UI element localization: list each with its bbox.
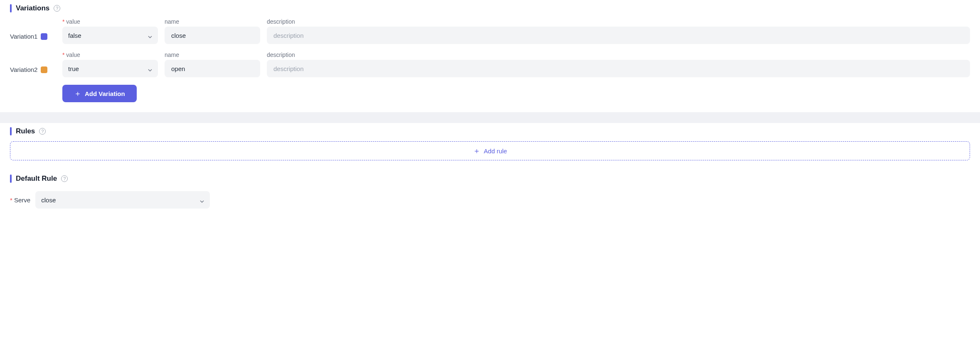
description-input-wrapper bbox=[267, 60, 970, 77]
color-swatch-icon bbox=[41, 66, 47, 73]
variation-label-cell: Variation2 bbox=[10, 66, 56, 77]
variation-row: Variation1 value false name description bbox=[10, 18, 970, 44]
name-label: name bbox=[165, 52, 260, 58]
name-input-wrapper bbox=[165, 27, 260, 44]
plus-icon: ＋ bbox=[473, 147, 480, 155]
help-icon[interactable]: ? bbox=[61, 175, 68, 182]
variation-row-label: Variation2 bbox=[10, 66, 37, 73]
variation-label-cell: Variation1 bbox=[10, 33, 56, 44]
chevron-down-icon bbox=[148, 66, 152, 71]
description-label: description bbox=[267, 18, 970, 25]
name-field-group: name bbox=[165, 18, 260, 44]
help-icon[interactable]: ? bbox=[39, 128, 46, 135]
section-divider bbox=[0, 112, 980, 123]
serve-row: Serve close bbox=[10, 191, 970, 209]
name-input-wrapper bbox=[165, 60, 260, 77]
serve-select-text: close bbox=[41, 197, 56, 204]
description-input[interactable] bbox=[273, 65, 964, 73]
value-field-group: value true bbox=[62, 52, 158, 77]
name-input[interactable] bbox=[170, 32, 254, 39]
add-rule-button[interactable]: ＋ Add rule bbox=[10, 141, 970, 160]
add-rule-label: Add rule bbox=[484, 147, 507, 155]
description-input[interactable] bbox=[273, 32, 964, 39]
value-select-text: false bbox=[68, 32, 81, 39]
chevron-down-icon bbox=[148, 33, 152, 37]
add-variation-button[interactable]: ＋ Add Variation bbox=[62, 85, 137, 102]
section-bar-icon bbox=[10, 127, 12, 135]
name-field-group: name bbox=[165, 52, 260, 77]
value-label: value bbox=[62, 18, 158, 25]
rules-section: Rules ? ＋ Add rule Default Rule ? Serve … bbox=[0, 123, 980, 219]
value-select[interactable]: true bbox=[62, 60, 158, 77]
rules-header: Rules ? bbox=[10, 127, 970, 135]
serve-label: Serve bbox=[10, 197, 30, 204]
serve-select[interactable]: close bbox=[35, 191, 210, 209]
description-field-group: description bbox=[267, 52, 970, 77]
section-bar-icon bbox=[10, 4, 12, 12]
variations-title: Variations bbox=[16, 4, 49, 12]
variation-row-label: Variation1 bbox=[10, 33, 37, 40]
description-label: description bbox=[267, 52, 970, 58]
add-variation-label: Add Variation bbox=[85, 90, 125, 97]
color-swatch-icon bbox=[41, 33, 47, 40]
value-field-group: value false bbox=[62, 18, 158, 44]
variations-section: Variations ? Variation1 value false name… bbox=[0, 0, 980, 112]
variation-row: Variation2 value true name description bbox=[10, 52, 970, 77]
help-icon[interactable]: ? bbox=[54, 5, 60, 12]
add-variation-row: ＋ Add Variation bbox=[62, 85, 970, 102]
description-field-group: description bbox=[267, 18, 970, 44]
rules-title: Rules bbox=[16, 127, 35, 135]
value-select-text: true bbox=[68, 65, 79, 72]
value-label: value bbox=[62, 52, 158, 58]
name-input[interactable] bbox=[170, 65, 254, 73]
default-rule-header: Default Rule ? bbox=[10, 174, 970, 183]
default-rule-title: Default Rule bbox=[16, 174, 57, 183]
plus-icon: ＋ bbox=[74, 90, 81, 97]
name-label: name bbox=[165, 18, 260, 25]
variations-header: Variations ? bbox=[10, 4, 970, 12]
section-bar-icon bbox=[10, 174, 12, 183]
description-input-wrapper bbox=[267, 27, 970, 44]
chevron-down-icon bbox=[200, 198, 204, 202]
value-select[interactable]: false bbox=[62, 27, 158, 44]
